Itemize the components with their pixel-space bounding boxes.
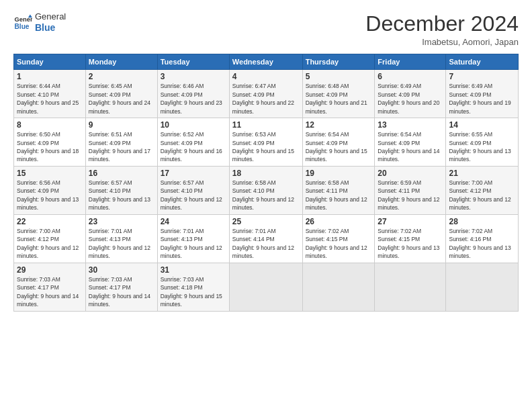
- calendar-cell: 21Sunrise: 7:00 AMSunset: 4:12 PMDayligh…: [446, 166, 519, 214]
- day-number: 6: [378, 72, 443, 81]
- calendar-cell: 9Sunrise: 6:51 AMSunset: 4:09 PMDaylight…: [85, 118, 157, 167]
- calendar-cell: [446, 263, 519, 311]
- header: General Blue General Blue December 2024 …: [13, 12, 519, 47]
- calendar-cell: 4Sunrise: 6:47 AMSunset: 4:09 PMDaylight…: [229, 70, 302, 118]
- cell-info: Sunrise: 6:51 AMSunset: 4:09 PMDaylight:…: [89, 131, 150, 163]
- calendar-table: SundayMondayTuesdayWednesdayThursdayFrid…: [13, 54, 519, 311]
- cell-info: Sunrise: 6:48 AMSunset: 4:09 PMDaylight:…: [306, 83, 367, 114]
- calendar-cell: 25Sunrise: 7:01 AMSunset: 4:14 PMDayligh…: [229, 214, 302, 263]
- day-number: 31: [161, 265, 226, 275]
- cell-info: Sunrise: 7:03 AMSunset: 4:17 PMDaylight:…: [89, 276, 150, 308]
- day-number: 18: [232, 169, 300, 178]
- calendar-cell: 30Sunrise: 7:03 AMSunset: 4:17 PMDayligh…: [85, 263, 157, 311]
- day-number: 29: [17, 265, 83, 275]
- cell-info: Sunrise: 7:02 AMSunset: 4:15 PMDaylight:…: [378, 228, 439, 259]
- cell-info: Sunrise: 7:00 AMSunset: 4:12 PMDaylight:…: [449, 179, 511, 211]
- col-header-tuesday: Tuesday: [157, 54, 229, 70]
- cell-info: Sunrise: 6:49 AMSunset: 4:09 PMDaylight:…: [449, 83, 511, 114]
- day-number: 28: [449, 217, 515, 226]
- cell-info: Sunrise: 6:55 AMSunset: 4:09 PMDaylight:…: [449, 131, 511, 163]
- day-number: 4: [232, 72, 300, 81]
- day-number: 5: [306, 72, 372, 81]
- day-number: 8: [17, 120, 83, 130]
- svg-text:Blue: Blue: [15, 23, 30, 30]
- page-subtitle: Imabetsu, Aomori, Japan: [365, 37, 519, 47]
- cell-info: Sunrise: 6:52 AMSunset: 4:09 PMDaylight:…: [161, 131, 222, 163]
- calendar-cell: 29Sunrise: 7:03 AMSunset: 4:17 PMDayligh…: [14, 263, 86, 311]
- calendar-cell: 11Sunrise: 6:53 AMSunset: 4:09 PMDayligh…: [229, 118, 302, 167]
- calendar-cell: 17Sunrise: 6:57 AMSunset: 4:10 PMDayligh…: [157, 166, 229, 214]
- col-header-friday: Friday: [375, 54, 446, 70]
- cell-info: Sunrise: 6:45 AMSunset: 4:09 PMDaylight:…: [89, 83, 150, 114]
- calendar-cell: 14Sunrise: 6:55 AMSunset: 4:09 PMDayligh…: [446, 118, 519, 167]
- day-number: 27: [378, 217, 443, 226]
- col-header-thursday: Thursday: [302, 54, 375, 70]
- logo-blue: Blue: [35, 22, 66, 33]
- cell-info: Sunrise: 6:59 AMSunset: 4:11 PMDaylight:…: [378, 179, 439, 211]
- day-number: 13: [378, 120, 443, 130]
- calendar-cell: 13Sunrise: 6:54 AMSunset: 4:09 PMDayligh…: [375, 118, 446, 167]
- cell-info: Sunrise: 6:57 AMSunset: 4:10 PMDaylight:…: [89, 179, 150, 211]
- cell-info: Sunrise: 7:01 AMSunset: 4:14 PMDaylight:…: [232, 228, 294, 259]
- col-header-monday: Monday: [85, 54, 157, 70]
- cell-info: Sunrise: 6:54 AMSunset: 4:09 PMDaylight:…: [378, 131, 439, 163]
- cell-info: Sunrise: 6:58 AMSunset: 4:11 PMDaylight:…: [306, 179, 367, 211]
- day-number: 22: [17, 217, 83, 226]
- cell-info: Sunrise: 7:02 AMSunset: 4:16 PMDaylight:…: [449, 228, 511, 259]
- calendar-cell: 28Sunrise: 7:02 AMSunset: 4:16 PMDayligh…: [446, 214, 519, 263]
- col-header-saturday: Saturday: [446, 54, 519, 70]
- cell-info: Sunrise: 6:50 AMSunset: 4:09 PMDaylight:…: [17, 131, 79, 163]
- cell-info: Sunrise: 7:01 AMSunset: 4:13 PMDaylight:…: [161, 228, 222, 259]
- day-number: 11: [232, 120, 300, 130]
- cell-info: Sunrise: 7:03 AMSunset: 4:18 PMDaylight:…: [161, 276, 222, 308]
- calendar-cell: 22Sunrise: 7:00 AMSunset: 4:12 PMDayligh…: [14, 214, 86, 263]
- day-number: 14: [449, 120, 515, 130]
- calendar-cell: 12Sunrise: 6:54 AMSunset: 4:09 PMDayligh…: [302, 118, 375, 167]
- page-title: December 2024: [365, 12, 519, 36]
- cell-info: Sunrise: 6:54 AMSunset: 4:09 PMDaylight:…: [306, 131, 367, 163]
- col-header-wednesday: Wednesday: [229, 54, 302, 70]
- calendar-cell: 6Sunrise: 6:49 AMSunset: 4:09 PMDaylight…: [375, 70, 446, 118]
- calendar-cell: 8Sunrise: 6:50 AMSunset: 4:09 PMDaylight…: [14, 118, 86, 167]
- calendar-cell: 5Sunrise: 6:48 AMSunset: 4:09 PMDaylight…: [302, 70, 375, 118]
- calendar-cell: 23Sunrise: 7:01 AMSunset: 4:13 PMDayligh…: [85, 214, 157, 263]
- calendar-cell: 27Sunrise: 7:02 AMSunset: 4:15 PMDayligh…: [375, 214, 446, 263]
- day-number: 21: [449, 169, 515, 178]
- calendar-cell: 26Sunrise: 7:02 AMSunset: 4:15 PMDayligh…: [302, 214, 375, 263]
- calendar-cell: 15Sunrise: 6:56 AMSunset: 4:09 PMDayligh…: [14, 166, 86, 214]
- page: General Blue General Blue December 2024 …: [0, 0, 532, 411]
- day-number: 17: [161, 169, 226, 178]
- cell-info: Sunrise: 7:01 AMSunset: 4:13 PMDaylight:…: [89, 228, 150, 259]
- cell-info: Sunrise: 6:49 AMSunset: 4:09 PMDaylight:…: [378, 83, 439, 114]
- day-number: 26: [306, 217, 372, 226]
- calendar-cell: 10Sunrise: 6:52 AMSunset: 4:09 PMDayligh…: [157, 118, 229, 167]
- title-block: December 2024 Imabetsu, Aomori, Japan: [365, 12, 519, 47]
- calendar-cell: 18Sunrise: 6:58 AMSunset: 4:10 PMDayligh…: [229, 166, 302, 214]
- day-number: 15: [17, 169, 83, 178]
- calendar-cell: 1Sunrise: 6:44 AMSunset: 4:10 PMDaylight…: [14, 70, 86, 118]
- calendar-cell: 2Sunrise: 6:45 AMSunset: 4:09 PMDaylight…: [85, 70, 157, 118]
- calendar-cell: [302, 263, 375, 311]
- logo-general: General: [35, 12, 66, 22]
- day-number: 20: [378, 169, 443, 178]
- day-number: 25: [232, 217, 300, 226]
- logo-icon: General Blue: [13, 13, 32, 32]
- calendar-cell: 24Sunrise: 7:01 AMSunset: 4:13 PMDayligh…: [157, 214, 229, 263]
- day-number: 1: [17, 72, 83, 81]
- calendar-cell: [229, 263, 302, 311]
- day-number: 12: [306, 120, 372, 130]
- day-number: 23: [89, 217, 154, 226]
- day-number: 9: [89, 120, 154, 130]
- day-number: 7: [449, 72, 515, 81]
- cell-info: Sunrise: 6:53 AMSunset: 4:09 PMDaylight:…: [232, 131, 294, 163]
- day-number: 24: [161, 217, 226, 226]
- logo: General Blue General Blue: [13, 12, 66, 33]
- calendar-cell: [375, 263, 446, 311]
- calendar-cell: 19Sunrise: 6:58 AMSunset: 4:11 PMDayligh…: [302, 166, 375, 214]
- cell-info: Sunrise: 7:02 AMSunset: 4:15 PMDaylight:…: [306, 228, 367, 259]
- day-number: 30: [89, 265, 154, 275]
- calendar-cell: 3Sunrise: 6:46 AMSunset: 4:09 PMDaylight…: [157, 70, 229, 118]
- cell-info: Sunrise: 7:03 AMSunset: 4:17 PMDaylight:…: [17, 276, 79, 308]
- cell-info: Sunrise: 6:56 AMSunset: 4:09 PMDaylight:…: [17, 179, 79, 211]
- day-number: 19: [306, 169, 372, 178]
